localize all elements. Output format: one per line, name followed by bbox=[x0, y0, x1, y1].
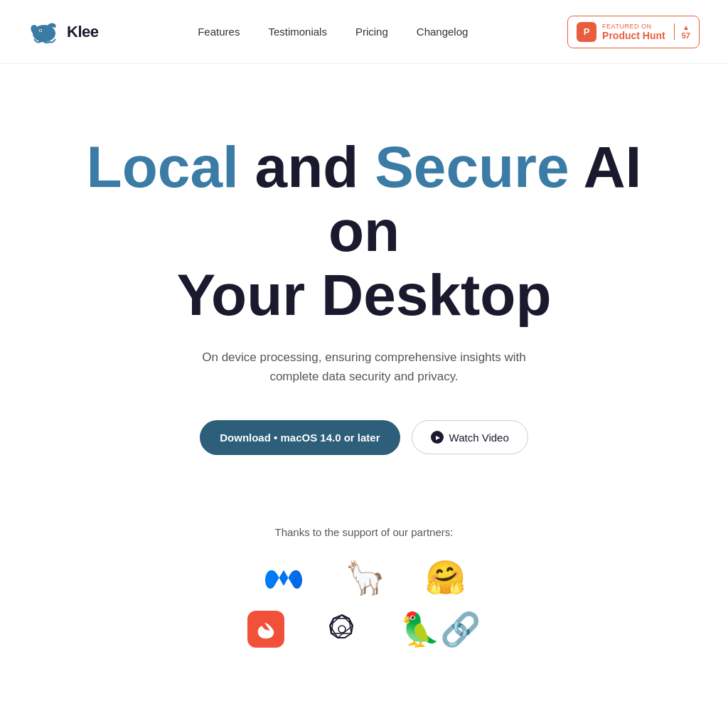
logo[interactable]: Klee bbox=[28, 16, 98, 48]
ollama-emoji: 🦙 bbox=[345, 561, 385, 594]
nav-testimonials[interactable]: Testimonials bbox=[268, 26, 327, 38]
logo-text: Klee bbox=[67, 23, 98, 41]
svg-point-3 bbox=[338, 626, 346, 633]
hero-buttons: Download • macOS 14.0 or later ▶ Watch V… bbox=[200, 420, 528, 455]
openai-logo bbox=[324, 611, 360, 647]
product-hunt-badge[interactable]: P FEATURED ON Product Hunt ▲ 57 bbox=[567, 16, 700, 48]
meta-logo bbox=[262, 563, 305, 592]
play-icon: ▶ bbox=[431, 431, 444, 444]
huggingface-logo: 🤗 bbox=[425, 561, 466, 594]
svg-point-2 bbox=[40, 30, 41, 31]
partners-row-2: 🦜🔗 bbox=[247, 611, 481, 648]
ph-name: Product Hunt bbox=[602, 30, 665, 41]
watch-video-button[interactable]: ▶ Watch Video bbox=[412, 420, 528, 454]
partners-section: Thanks to the support of our partners: bbox=[0, 512, 728, 690]
swift-logo bbox=[247, 611, 284, 648]
hero-title-secure: Secure bbox=[375, 134, 569, 199]
parrot-link-emoji: 🦜🔗 bbox=[400, 613, 481, 646]
partners-row-1: 🦙 🤗 bbox=[262, 561, 466, 594]
parrot-link-logo: 🦜🔗 bbox=[400, 613, 481, 646]
nav-changelog[interactable]: Changelog bbox=[417, 26, 469, 38]
nav-pricing[interactable]: Pricing bbox=[355, 26, 388, 38]
product-hunt-icon: P bbox=[577, 22, 596, 42]
product-hunt-text: FEATURED ON Product Hunt bbox=[602, 23, 665, 41]
partners-grid: 🦙 🤗 bbox=[247, 561, 481, 648]
ph-featured-label: FEATURED ON bbox=[602, 23, 665, 30]
download-button[interactable]: Download • macOS 14.0 or later bbox=[200, 420, 400, 455]
watch-video-label: Watch Video bbox=[449, 432, 509, 444]
nav-links: Features Testimonials Pricing Changelog bbox=[198, 26, 468, 38]
logo-icon bbox=[28, 16, 60, 48]
openai-svg bbox=[324, 611, 360, 647]
swift-svg bbox=[254, 617, 278, 641]
hero-subtitle: On device processing, ensuring comprehen… bbox=[179, 348, 549, 386]
hero-title: Local and Secure AI on Your Desktop bbox=[73, 135, 655, 328]
nav-features[interactable]: Features bbox=[198, 26, 240, 38]
ph-vote-count: 57 bbox=[682, 31, 690, 40]
hero-title-local: Local bbox=[87, 134, 239, 199]
huggingface-emoji: 🤗 bbox=[425, 561, 466, 594]
hero-title-and: and bbox=[239, 134, 375, 199]
hero-section: Local and Secure AI on Your Desktop On d… bbox=[0, 64, 728, 512]
navbar: Klee Features Testimonials Pricing Chang… bbox=[0, 0, 728, 64]
meta-svg bbox=[262, 563, 305, 592]
ollama-logo: 🦙 bbox=[345, 561, 385, 594]
hero-title-line2: Your Desktop bbox=[177, 262, 552, 327]
ph-upvote-arrow: ▲ bbox=[682, 23, 690, 31]
partners-title: Thanks to the support of our partners: bbox=[275, 526, 454, 538]
ph-votes: ▲ 57 bbox=[674, 23, 690, 40]
swift-icon bbox=[247, 611, 284, 648]
